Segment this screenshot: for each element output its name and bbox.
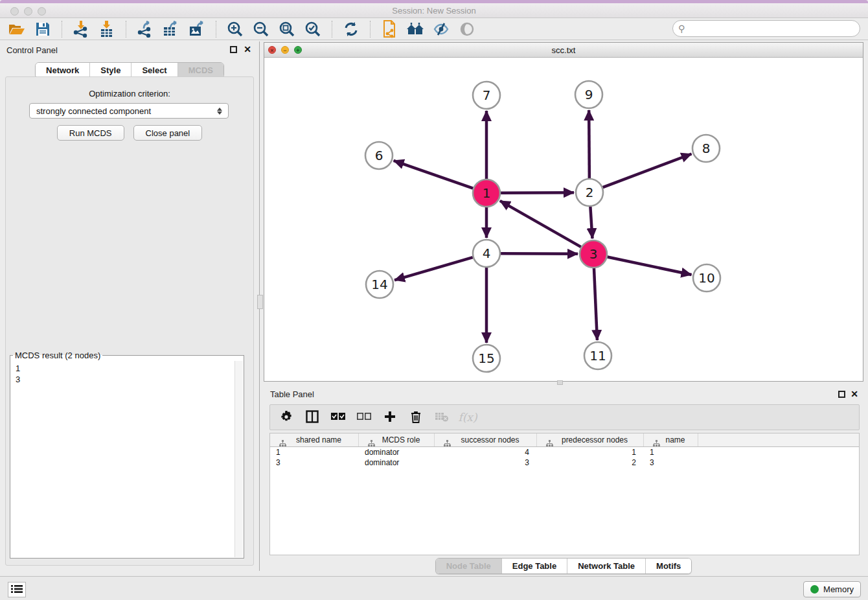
control-panel-title: Control Panel xyxy=(6,45,58,55)
cell-shared-name[interactable]: 1 xyxy=(270,447,359,457)
zoom-in-button[interactable] xyxy=(222,19,248,39)
zoom-selected-button[interactable] xyxy=(300,19,326,39)
create-column-button[interactable] xyxy=(382,409,398,426)
export-table-button[interactable] xyxy=(158,19,184,39)
column-header-label: predecessor nodes xyxy=(553,435,628,444)
save-session-button[interactable] xyxy=(30,19,56,39)
graph-edge-4-3[interactable] xyxy=(501,253,578,254)
close-table-panel-icon[interactable]: ✕ xyxy=(851,389,858,399)
main-toolbar: ⚲ xyxy=(0,18,868,40)
table-settings-button[interactable] xyxy=(278,409,295,426)
cell-shared-name[interactable]: 3 xyxy=(270,457,359,468)
graph-edge-3-1[interactable] xyxy=(500,201,581,247)
graph-node-label-11: 11 xyxy=(589,348,606,363)
zoom-fit-button[interactable] xyxy=(274,19,300,39)
list-icon xyxy=(11,584,23,595)
close-panel-icon[interactable]: ✕ xyxy=(244,44,251,54)
search-field[interactable]: ⚲ xyxy=(672,20,860,37)
cell-predecessor-nodes[interactable]: 2 xyxy=(537,457,644,468)
table-row-2[interactable]: 3dominator323 xyxy=(270,457,859,468)
tab-network[interactable]: Network xyxy=(36,63,90,78)
tab-select[interactable]: Select xyxy=(131,63,177,78)
float-panel-icon[interactable] xyxy=(230,46,237,53)
plus-icon xyxy=(383,410,396,425)
apply-layout-button[interactable] xyxy=(338,19,364,39)
delete-column-button[interactable] xyxy=(407,409,424,426)
network-canvas[interactable]: 7968124314101511 xyxy=(264,58,863,381)
column-header-predecessor-nodes[interactable]: predecessor nodes xyxy=(537,433,644,446)
graph-edge-1-6[interactable] xyxy=(394,161,474,189)
graph-node-label-9: 9 xyxy=(585,87,593,102)
column-header-label: MCDS role xyxy=(373,435,420,444)
open-folder-icon xyxy=(8,22,25,36)
table-tab-edge-table[interactable]: Edge Table xyxy=(502,559,567,573)
column-header-name[interactable]: name xyxy=(644,433,698,446)
run-mcds-button[interactable]: Run MCDS xyxy=(57,125,124,141)
select-all-columns-button[interactable] xyxy=(330,409,347,426)
table-tab-network-table[interactable]: Network Table xyxy=(567,559,646,573)
cell-name[interactable]: 1 xyxy=(644,447,698,457)
new-network-from-file-button[interactable] xyxy=(376,19,402,39)
column-header-shared-name[interactable]: shared name xyxy=(270,433,359,446)
horizontal-splitter-handle[interactable] xyxy=(557,380,563,385)
result-scrollbar[interactable] xyxy=(234,361,243,557)
mcds-tab-content: Optimization criterion: strongly connect… xyxy=(5,76,254,566)
graph-node-label-10: 10 xyxy=(698,270,714,286)
search-icon: ⚲ xyxy=(678,23,685,34)
graph-edge-3-11[interactable] xyxy=(594,268,597,340)
session-title: Session: New Session xyxy=(0,6,868,16)
mcds-result-legend: MCDS result (2 nodes) xyxy=(13,351,102,360)
show-panels-list-button[interactable] xyxy=(8,582,26,597)
tab-mcds[interactable]: MCDS xyxy=(178,63,223,78)
graph-edge-2-8[interactable] xyxy=(603,154,692,187)
column-header-successor-nodes[interactable]: successor nodes xyxy=(435,433,537,446)
cell-predecessor-nodes[interactable]: 1 xyxy=(537,447,644,457)
float-table-panel-icon[interactable] xyxy=(838,391,845,398)
close-panel-button[interactable]: Close panel xyxy=(133,125,203,141)
cell-MCDS-role[interactable]: dominator xyxy=(359,457,435,468)
columns-icon xyxy=(306,410,319,425)
mcds-result-text: 1 3 xyxy=(12,362,234,557)
deselect-all-columns-button[interactable] xyxy=(356,409,372,426)
criterion-select[interactable]: strongly connected component xyxy=(29,103,229,119)
vertical-splitter-handle[interactable] xyxy=(257,295,263,309)
cell-MCDS-role[interactable]: dominator xyxy=(359,447,435,457)
table-tab-motifs[interactable]: Motifs xyxy=(646,559,691,573)
search-input[interactable] xyxy=(689,22,853,35)
graph-edge-2-9[interactable] xyxy=(589,110,589,178)
open-session-button[interactable] xyxy=(4,19,30,39)
cell-name[interactable]: 3 xyxy=(644,457,698,468)
toolbar-separator xyxy=(126,21,126,38)
home-button[interactable] xyxy=(402,19,428,39)
network-view-window: × − + scc.txt 7968124314101511 xyxy=(264,42,863,382)
zoom-out-button[interactable] xyxy=(248,19,274,39)
import-table-button[interactable] xyxy=(94,19,120,39)
graph-edge-4-14[interactable] xyxy=(394,257,473,280)
graph-node-label-8: 8 xyxy=(702,141,711,156)
delete-table-icon xyxy=(435,411,449,424)
toolbar-separator xyxy=(62,21,62,38)
criterion-selected-value: strongly connected component xyxy=(30,106,215,116)
export-image-button[interactable] xyxy=(184,19,210,39)
table-body: 1dominator4113dominator323 xyxy=(270,447,859,468)
import-network-button[interactable] xyxy=(68,19,94,39)
table-row-1[interactable]: 1dominator411 xyxy=(270,447,859,457)
graph-node-label-7: 7 xyxy=(483,87,491,103)
graph-edge-1-2[interactable] xyxy=(501,192,574,193)
table-tab-node-table[interactable]: Node Table xyxy=(436,559,502,573)
export-network-button[interactable] xyxy=(132,19,158,39)
trash-icon xyxy=(410,410,422,425)
cell-successor-nodes[interactable]: 3 xyxy=(435,457,537,468)
column-header-MCDS-role[interactable]: MCDS role xyxy=(359,433,435,446)
unchecked-boxes-icon xyxy=(357,413,371,422)
graph-edge-2-3[interactable] xyxy=(590,207,592,238)
memory-button[interactable]: Memory xyxy=(803,581,861,597)
hide-panel-button[interactable] xyxy=(428,19,454,39)
window-top-edge xyxy=(0,0,868,3)
tab-style[interactable]: Style xyxy=(90,63,131,78)
column-layout-button[interactable] xyxy=(304,409,321,426)
graph-edge-3-10[interactable] xyxy=(608,257,692,275)
zoom-fit-icon xyxy=(279,21,295,38)
cell-successor-nodes[interactable]: 4 xyxy=(435,447,537,457)
table-header-row: shared nameMCDS rolesuccessor nodesprede… xyxy=(270,433,859,447)
